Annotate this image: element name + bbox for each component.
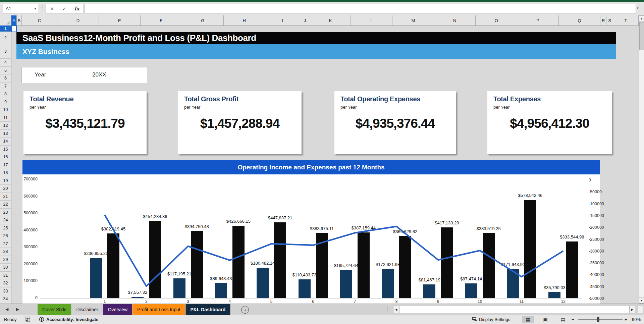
insert-function-icon[interactable]: fx	[74, 6, 79, 12]
bar-expense-3[interactable]	[191, 231, 203, 298]
row-header-6[interactable]: 6	[0, 74, 11, 83]
row-header-17[interactable]: 17	[0, 161, 11, 169]
row-header-34[interactable]: 34	[0, 295, 11, 303]
row-header-22[interactable]: 22	[0, 201, 11, 209]
zoom-out-button[interactable]: −	[572, 317, 574, 322]
vscroll-up-icon[interactable]: ▲	[639, 15, 644, 21]
accessibility-icon[interactable]	[39, 317, 44, 322]
column-header-d[interactable]: D	[57, 15, 99, 25]
column-header-n[interactable]: N	[434, 15, 476, 25]
vscroll-thumb[interactable]	[639, 22, 644, 50]
sheet-tab-profit-and-loss-input[interactable]: Profit and Loss Input	[132, 304, 185, 315]
bar-expense-12[interactable]	[566, 241, 578, 298]
row-header-13[interactable]: 13	[0, 130, 11, 138]
bar-expense-1[interactable]	[107, 233, 119, 298]
row-header-31[interactable]: 31	[0, 272, 11, 280]
row-header-24[interactable]: 24	[0, 216, 11, 224]
row-header-26[interactable]: 26	[0, 232, 11, 240]
enter-icon[interactable]: ✓	[62, 6, 66, 11]
tab-scroll-right-icon[interactable]: ▶	[16, 307, 19, 312]
bar-expense-9[interactable]	[441, 227, 453, 298]
column-header-m[interactable]: M	[392, 15, 434, 25]
bar-income-8[interactable]	[382, 269, 394, 298]
column-header-a[interactable]: A	[11, 15, 17, 25]
sheet-tab-overview[interactable]: Overview	[103, 304, 132, 315]
macro-record-icon[interactable]	[25, 317, 30, 323]
column-header-g[interactable]: G	[182, 15, 224, 25]
display-settings-label[interactable]: Display Settings	[479, 317, 510, 322]
bar-income-6[interactable]	[299, 279, 311, 298]
tab-scroll-left-icon[interactable]: ◀	[5, 307, 8, 312]
bar-expense-2[interactable]	[149, 221, 161, 298]
zoom-in-button[interactable]: +	[625, 317, 627, 322]
row-header-25[interactable]: 25	[0, 224, 11, 232]
hscroll-right-icon[interactable]: ▶	[629, 306, 635, 313]
bar-income-12[interactable]	[548, 292, 560, 298]
row-header-33[interactable]: 33	[0, 287, 11, 295]
bar-expense-6[interactable]	[316, 233, 328, 298]
bar-expense-8[interactable]	[399, 236, 411, 298]
row-header-27[interactable]: 27	[0, 240, 11, 248]
column-header-r[interactable]: R	[600, 15, 606, 25]
row-header-2[interactable]: 2	[0, 32, 11, 44]
column-header-t[interactable]: T	[613, 15, 639, 25]
row-header-30[interactable]: 30	[0, 264, 11, 272]
row-header-15[interactable]: 15	[0, 146, 11, 154]
column-header-b[interactable]: B	[17, 15, 22, 25]
row-header-8[interactable]: 8	[0, 90, 11, 98]
name-box[interactable]: A1 ▾	[3, 4, 39, 13]
year-selector[interactable]: Year 20XX	[21, 67, 147, 83]
year-value[interactable]: 20XX	[92, 71, 106, 78]
row-header-19[interactable]: 19	[0, 177, 11, 185]
new-sheet-button[interactable]: +	[241, 306, 249, 314]
view-normal-button[interactable]: ▦	[522, 316, 534, 323]
bar-income-11[interactable]	[507, 269, 519, 298]
select-all-corner[interactable]	[0, 15, 11, 25]
row-header-23[interactable]: 23	[0, 209, 11, 217]
zoom-slider-track[interactable]	[578, 319, 623, 320]
row-header-28[interactable]: 28	[0, 248, 11, 256]
bar-income-5[interactable]	[257, 268, 269, 298]
bar-income-3[interactable]	[173, 278, 185, 298]
tab-bar-kebab-icon[interactable]: ⋮	[385, 306, 390, 312]
bar-income-4[interactable]	[215, 283, 227, 298]
column-header-c[interactable]: C	[22, 15, 57, 25]
row-header-20[interactable]: 20	[0, 185, 11, 193]
accessibility-status[interactable]: Accessibility: Investigate	[46, 317, 98, 322]
column-header-q[interactable]: Q	[559, 15, 600, 25]
column-header-o[interactable]: O	[476, 15, 517, 25]
zoom-slider-thumb[interactable]	[597, 317, 599, 322]
sheet-tab-p-l-dashboard[interactable]: P&L Dashboard	[185, 304, 231, 315]
row-header-16[interactable]: 16	[0, 153, 11, 161]
row-header-14[interactable]: 14	[0, 138, 11, 146]
sheet-tab-disclaimer[interactable]: Disclaimer	[71, 304, 103, 315]
sheet-tab-cover-slide[interactable]: Cover Slide	[38, 304, 71, 315]
bar-income-7[interactable]	[340, 270, 352, 298]
column-header-e[interactable]: E	[99, 15, 141, 25]
column-header-h[interactable]: H	[224, 15, 265, 25]
row-header-10[interactable]: 10	[0, 106, 11, 114]
name-box-dropdown-icon[interactable]: ▾	[32, 7, 39, 10]
hscroll-left-icon[interactable]: ◀	[393, 306, 399, 313]
bar-income-9[interactable]	[423, 284, 435, 298]
row-header-18[interactable]: 18	[0, 169, 11, 177]
bar-expense-4[interactable]	[232, 226, 245, 298]
bar-income-2[interactable]	[131, 297, 144, 298]
column-header-p[interactable]: P	[517, 15, 559, 25]
column-header-f[interactable]: F	[141, 15, 182, 25]
combo-chart[interactable]: Operating Income and Expenses past 12 Mo…	[22, 160, 600, 304]
cancel-icon[interactable]: ✕	[50, 6, 54, 11]
column-header-l[interactable]: L	[351, 15, 392, 25]
column-header-k[interactable]: K	[310, 15, 351, 25]
bar-income-1[interactable]	[90, 258, 102, 298]
column-header-j[interactable]: J	[300, 15, 310, 25]
bar-expense-7[interactable]	[358, 232, 370, 298]
view-page-break-button[interactable]: ▤	[557, 316, 569, 323]
row-header-1[interactable]: 1	[0, 25, 11, 32]
vscroll-down-icon[interactable]: ▼	[639, 298, 644, 304]
formula-input[interactable]	[85, 4, 636, 13]
row-header-5[interactable]: 5	[0, 67, 11, 75]
row-header-3[interactable]: 3	[0, 44, 11, 59]
row-header-21[interactable]: 21	[0, 193, 11, 201]
row-header-12[interactable]: 12	[0, 122, 11, 130]
